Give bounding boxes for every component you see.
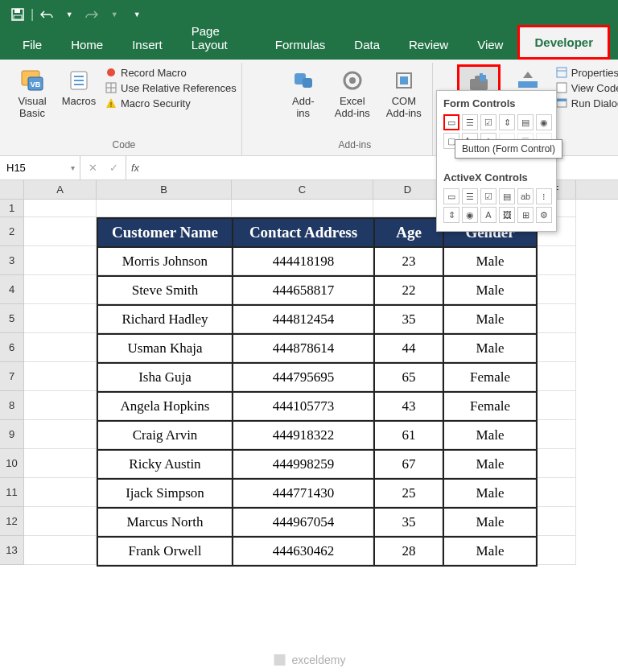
cells-area[interactable]: Customer NameContact AddressAgeGenderMor… <box>24 200 618 565</box>
tab-view[interactable]: View <box>463 30 517 60</box>
table-cell[interactable]: Male <box>443 537 537 566</box>
properties-button[interactable]: Properties <box>555 66 618 79</box>
ax-scrollbar[interactable]: ⫶ <box>536 188 552 204</box>
cancel-formula-button[interactable]: ✕ <box>84 162 101 174</box>
table-cell[interactable]: Morris Johnson <box>97 247 233 276</box>
table-cell[interactable]: 65 <box>374 363 443 392</box>
table-cell[interactable]: Isha Guja <box>97 363 233 392</box>
table-cell[interactable]: Male <box>443 421 537 450</box>
ax-option[interactable]: ◉ <box>462 207 478 223</box>
tab-data[interactable]: Data <box>340 30 394 60</box>
undo-dropdown[interactable]: ▼ <box>58 3 80 26</box>
table-cell[interactable]: 444105773 <box>233 392 374 421</box>
table-cell[interactable]: Ijack Simpson <box>97 479 233 508</box>
ax-image[interactable]: 🖼 <box>499 207 515 223</box>
tab-insert[interactable]: Insert <box>117 30 177 60</box>
table-cell[interactable]: 444878614 <box>233 334 374 363</box>
option-form-control[interactable]: ◉ <box>536 114 552 130</box>
ax-listbox[interactable]: ▤ <box>499 188 515 204</box>
excel-addins-button[interactable]: Excel Add-ins <box>329 64 376 133</box>
table-cell[interactable]: 35 <box>374 305 443 334</box>
row-header-13[interactable]: 13 <box>0 536 24 565</box>
table-cell[interactable]: Richard Hadley <box>97 305 233 334</box>
table-cell[interactable]: 444771430 <box>233 479 374 508</box>
tab-file[interactable]: File <box>8 30 56 60</box>
col-header-a[interactable]: A <box>24 180 97 199</box>
table-cell[interactable]: 444998259 <box>233 450 374 479</box>
table-cell[interactable]: Female <box>443 363 537 392</box>
table-cell[interactable]: Male <box>443 508 537 537</box>
col-header-c[interactable]: C <box>232 180 373 199</box>
ax-more[interactable]: ⚙ <box>536 207 552 223</box>
table-cell[interactable]: Male <box>443 276 537 305</box>
table-cell[interactable]: Craig Arvin <box>97 421 233 450</box>
row-header-9[interactable]: 9 <box>0 420 24 449</box>
table-cell[interactable]: 444812454 <box>233 305 374 334</box>
ax-checkbox[interactable]: ☑ <box>480 188 496 204</box>
table-cell[interactable]: Male <box>443 305 537 334</box>
table-cell[interactable]: 444418198 <box>233 247 374 276</box>
col-header-b[interactable]: B <box>97 180 232 199</box>
table-cell[interactable]: Angela Hopkins <box>97 392 233 421</box>
table-cell[interactable]: 67 <box>374 450 443 479</box>
table-cell[interactable]: 44 <box>374 334 443 363</box>
table-cell[interactable]: Usman Khaja <box>97 334 233 363</box>
fx-button[interactable]: fx <box>126 156 144 179</box>
table-cell[interactable]: 35 <box>374 508 443 537</box>
tab-developer[interactable]: Developer <box>517 25 610 60</box>
table-cell[interactable]: 444918322 <box>233 421 374 450</box>
row-header-7[interactable]: 7 <box>0 362 24 391</box>
table-cell[interactable]: 43 <box>374 392 443 421</box>
tab-home[interactable]: Home <box>56 30 117 60</box>
table-cell[interactable]: Male <box>443 334 537 363</box>
visual-basic-button[interactable]: VB Visual Basic <box>11 64 53 133</box>
addins-button[interactable]: Add-ins <box>282 64 324 133</box>
row-header-8[interactable]: 8 <box>0 391 24 420</box>
row-header-10[interactable]: 10 <box>0 449 24 478</box>
listbox-form-control[interactable]: ▤ <box>517 114 534 130</box>
table-cell[interactable]: Male <box>443 450 537 479</box>
relative-refs-button[interactable]: Use Relative References <box>105 81 237 94</box>
table-cell[interactable]: Steve Smith <box>97 276 233 305</box>
table-cell[interactable]: Female <box>443 392 537 421</box>
table-cell[interactable]: 444630462 <box>233 537 374 566</box>
table-cell[interactable]: Marcus North <box>97 508 233 537</box>
undo-button[interactable] <box>35 3 58 26</box>
ax-command-button[interactable]: ▭ <box>443 188 459 204</box>
tab-page-layout[interactable]: Page Layout <box>177 16 261 60</box>
combo-form-control[interactable]: ☰ <box>462 114 478 130</box>
qat-customize[interactable]: ▼ <box>126 3 148 26</box>
com-addins-button[interactable]: COM Add-ins <box>381 64 427 133</box>
table-cell[interactable]: 22 <box>374 276 443 305</box>
run-dialog-button[interactable]: Run Dialog <box>555 97 618 109</box>
ax-spin[interactable]: ⇕ <box>443 207 459 223</box>
enter-formula-button[interactable]: ✓ <box>105 162 122 174</box>
table-cell[interactable]: Ricky Austin <box>97 450 233 479</box>
macro-security-button[interactable]: !Macro Security <box>105 97 237 109</box>
ax-combo[interactable]: ☰ <box>462 188 478 204</box>
table-cell[interactable]: 444967054 <box>233 508 374 537</box>
select-all-corner[interactable] <box>0 180 24 199</box>
table-cell[interactable]: 444658817 <box>233 276 374 305</box>
ax-toggle[interactable]: ⊞ <box>517 207 534 223</box>
view-code-button[interactable]: View Code <box>555 81 618 94</box>
spinner-form-control[interactable]: ⇕ <box>499 114 515 130</box>
tab-review[interactable]: Review <box>394 30 463 60</box>
macros-button[interactable]: Macros <box>58 64 100 133</box>
redo-button[interactable] <box>80 3 103 26</box>
row-header-6[interactable]: 6 <box>0 333 24 362</box>
row-header-4[interactable]: 4 <box>0 275 24 304</box>
row-header-2[interactable]: 2 <box>0 217 24 246</box>
row-header-3[interactable]: 3 <box>0 246 24 275</box>
table-cell[interactable]: 23 <box>374 247 443 276</box>
col-header-d[interactable]: D <box>373 180 443 199</box>
checkbox-form-control[interactable]: ☑ <box>480 114 496 130</box>
row-header-5[interactable]: 5 <box>0 304 24 333</box>
button-form-control[interactable]: ▭ <box>443 114 459 130</box>
redo-dropdown[interactable]: ▼ <box>103 3 126 26</box>
ax-textbox[interactable]: ab <box>517 188 534 204</box>
ax-label[interactable]: A <box>480 207 496 223</box>
table-cell[interactable]: 61 <box>374 421 443 450</box>
table-cell[interactable]: Male <box>443 479 537 508</box>
table-cell[interactable]: 444795695 <box>233 363 374 392</box>
